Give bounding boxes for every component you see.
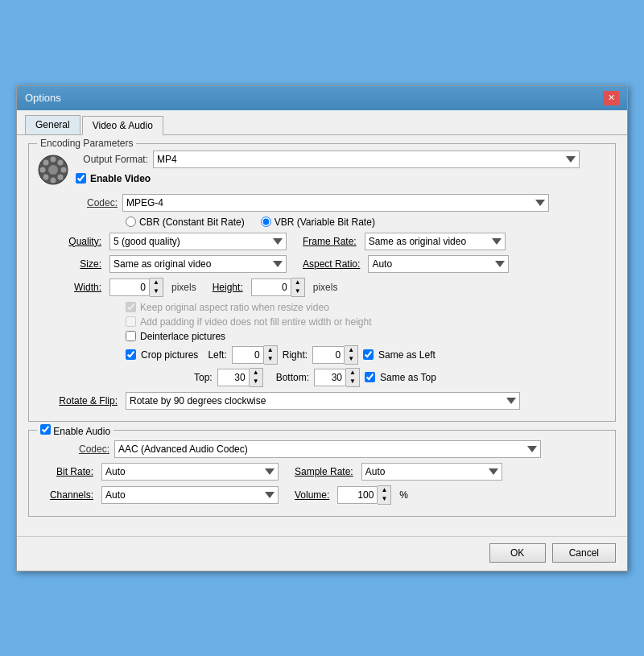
codec-label: Codec: — [45, 197, 118, 208]
svg-point-5 — [61, 167, 67, 172]
enable-audio-checkbox[interactable] — [40, 424, 51, 435]
output-format-row: Output Format: MP4 AVI MKV MOV Enable Vi… — [37, 151, 607, 189]
width-up-button[interactable]: ▲ — [150, 278, 163, 287]
channels-select[interactable]: Auto Mono Stereo — [101, 486, 279, 504]
enable-video-checkbox[interactable] — [76, 173, 86, 184]
output-format-select[interactable]: MP4 AVI MKV MOV — [153, 151, 580, 168]
video-icon — [37, 154, 69, 186]
vbr-option[interactable]: VBR (Variable Bit Rate) — [261, 217, 375, 228]
audio-section-title: Enable Audio — [37, 424, 114, 437]
volume-down-button[interactable]: ▼ — [378, 495, 390, 504]
tab-bar: General Video & Audio — [17, 110, 627, 135]
rotate-flip-label: Rotate & Flip: — [45, 395, 118, 406]
bottom-down-button[interactable]: ▼ — [346, 378, 359, 386]
vbr-label: VBR (Variable Bit Rate) — [275, 217, 375, 228]
cbr-label: CBR (Constant Bit Rate) — [139, 217, 245, 228]
volume-spinner: ▲ ▼ — [337, 485, 391, 505]
volume-input[interactable] — [337, 486, 378, 504]
left-spinner: ▲ ▼ — [232, 345, 278, 365]
crop-row-2: Top: ▲ ▼ Bottom: ▲ ▼ — [194, 368, 607, 387]
top-spinner: ▲ ▼ — [217, 368, 263, 387]
right-input[interactable] — [312, 346, 345, 364]
bottom-input[interactable] — [314, 369, 346, 386]
dialog-title: Options — [25, 92, 61, 104]
top-input[interactable] — [217, 369, 250, 386]
left-up-button[interactable]: ▲ — [264, 346, 277, 355]
enable-audio-label: Enable Audio — [53, 426, 110, 437]
audio-bitrate-label: Bit Rate: — [37, 466, 93, 477]
add-padding-row: Add padding if video does not fill entir… — [126, 316, 607, 328]
crop-checkbox[interactable] — [126, 349, 136, 360]
right-label: Right: — [283, 349, 308, 361]
size-label: Size: — [45, 258, 101, 270]
volume-up-button[interactable]: ▲ — [378, 486, 390, 495]
svg-point-8 — [43, 174, 49, 179]
channels-label: Channels: — [37, 489, 93, 501]
audio-bitrate-select[interactable]: Auto 128 kbps 256 kbps — [101, 463, 279, 481]
enable-video-label: Enable Video — [90, 173, 151, 184]
audio-codec-select[interactable]: AAC (Advanced Audio Codec) MP3 AC3 — [114, 440, 541, 458]
rotate-flip-select[interactable]: Rotate by 90 degrees clockwise None Rota… — [126, 392, 520, 410]
add-padding-checkbox[interactable] — [126, 316, 136, 327]
codec-select[interactable]: MPEG-4 H.264 H.265 — [122, 194, 549, 212]
keep-aspect-checkbox[interactable] — [126, 302, 136, 312]
svg-point-1 — [48, 165, 58, 175]
vbr-radio[interactable] — [261, 217, 271, 227]
bottom-up-button[interactable]: ▲ — [346, 369, 359, 378]
audio-codec-row: Codec: AAC (Advanced Audio Codec) MP3 AC… — [37, 440, 607, 458]
tab-video-audio[interactable]: Video & Audio — [82, 116, 163, 135]
crop-row-1: Crop pictures Left: ▲ ▼ Right: ▲ — [126, 345, 607, 365]
cbr-radio[interactable] — [126, 217, 136, 227]
height-down-button[interactable]: ▼ — [291, 287, 304, 296]
keep-aspect-row: Keep original aspect ratio when resize v… — [126, 302, 607, 313]
output-format-container: Output Format: MP4 AVI MKV MOV Enable Vi… — [76, 151, 607, 189]
bottom-spin-buttons: ▲ ▼ — [346, 368, 360, 387]
right-down-button[interactable]: ▼ — [345, 355, 357, 364]
frame-rate-select[interactable]: Same as original video 15 24 30 — [365, 233, 506, 250]
height-spinner: ▲ ▼ — [251, 278, 305, 297]
width-down-button[interactable]: ▼ — [150, 287, 163, 296]
same-as-left-checkbox[interactable] — [363, 349, 374, 360]
volume-unit-label: % — [399, 489, 408, 501]
size-select[interactable]: Same as original video 320x240 1280x720 — [109, 255, 287, 273]
width-input[interactable] — [109, 278, 150, 296]
height-up-button[interactable]: ▲ — [291, 278, 304, 287]
top-up-button[interactable]: ▲ — [250, 369, 262, 378]
tab-general[interactable]: General — [25, 115, 80, 134]
sample-rate-select[interactable]: Auto 44100 Hz 48000 Hz — [361, 463, 502, 481]
bottom-label: Bottom: — [276, 372, 309, 383]
same-as-top-checkbox[interactable] — [365, 372, 375, 382]
keep-aspect-label: Keep original aspect ratio when resize v… — [140, 302, 329, 313]
width-label: Width: — [45, 282, 101, 293]
right-spinner: ▲ ▼ — [312, 345, 358, 365]
same-as-top-label: Same as Top — [380, 372, 436, 383]
video-settings: Codec: MPEG-4 H.264 H.265 CBR (Constant … — [37, 194, 607, 410]
left-down-button[interactable]: ▼ — [264, 355, 277, 364]
svg-point-9 — [58, 159, 64, 165]
output-format-field: Output Format: MP4 AVI MKV MOV — [76, 151, 607, 168]
bottom-spinner: ▲ ▼ — [314, 368, 360, 387]
width-pixels-label: pixels — [171, 282, 196, 293]
svg-point-2 — [51, 156, 56, 162]
left-input[interactable] — [232, 346, 264, 364]
aspect-ratio-label: Aspect Ratio: — [303, 258, 360, 270]
deinterlace-checkbox[interactable] — [126, 331, 136, 341]
ok-button[interactable]: OK — [489, 543, 546, 563]
svg-point-7 — [58, 174, 64, 179]
quality-label: Quality: — [45, 236, 101, 247]
audio-codec-label: Codec: — [37, 444, 109, 455]
svg-point-6 — [43, 159, 49, 165]
content-area: Encoding Parameters — [17, 135, 627, 536]
height-spin-buttons: ▲ ▼ — [291, 278, 305, 297]
close-button[interactable]: ✕ — [603, 91, 619, 105]
top-down-button[interactable]: ▼ — [250, 378, 262, 386]
quality-select[interactable]: 5 (good quality) 1 (poor quality) 9 (bes… — [109, 233, 287, 250]
cbr-option[interactable]: CBR (Constant Bit Rate) — [126, 217, 245, 228]
right-up-button[interactable]: ▲ — [345, 346, 357, 355]
cancel-button[interactable]: Cancel — [552, 543, 616, 563]
height-input[interactable] — [251, 278, 291, 296]
top-spin-buttons: ▲ ▼ — [250, 368, 263, 387]
aspect-ratio-select[interactable]: Auto 4:3 16:9 — [368, 255, 509, 273]
size-aspect-row: Size: Same as original video 320x240 128… — [45, 255, 607, 273]
svg-point-4 — [40, 167, 46, 172]
